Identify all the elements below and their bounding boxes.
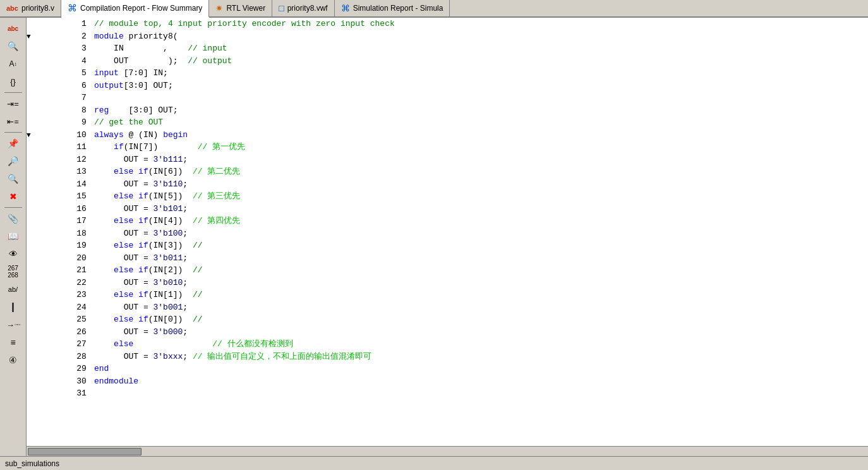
collapse-gutter: [27, 215, 35, 227]
rtl-icon: ✷: [215, 3, 223, 13]
line-content: else if(IN[2]) //: [92, 264, 868, 277]
collapse-gutter: [27, 252, 35, 265]
line-content: OUT = 3'b000;: [92, 326, 868, 339]
table-row: 15 else if(IN[5]) // 第三优先: [27, 190, 868, 203]
collapse-gutter: [27, 141, 35, 154]
line-content: module priority8(: [92, 30, 868, 43]
tab-label-priority8v: priority8.v: [21, 4, 54, 13]
line-number: 8: [35, 104, 92, 117]
arrow-button[interactable]: →┈┈: [4, 316, 23, 333]
table-row: 28 OUT = 3'bxxx; // 输出值可自定义，不和上面的输出值混淆即可: [27, 351, 868, 363]
line-number: 30: [35, 375, 92, 388]
editor-area: 1// module top, 4 input priority encoder…: [27, 18, 868, 456]
indent-button[interactable]: ⇥=: [4, 95, 23, 112]
table-row: 26 OUT = 3'b000;: [27, 326, 868, 339]
line-number: 15: [35, 190, 92, 203]
table-row: 7: [27, 92, 868, 104]
line-number: 16: [35, 203, 92, 215]
tab-priority8v[interactable]: abc priority8.v: [0, 0, 61, 16]
line-content: output[3:0] OUT;: [92, 80, 868, 92]
num2-button[interactable]: ④: [4, 352, 23, 368]
tab-label-rtlviewer: RTL Viewer: [226, 4, 265, 13]
magnify-button[interactable]: 🔍: [4, 38, 23, 54]
search-button[interactable]: 🔎: [4, 153, 23, 169]
table-row: 11 if(IN[7]) // 第一优先: [27, 141, 868, 154]
tab-label-vwf: priority8.vwf: [287, 4, 328, 13]
table-row: 27 else // 什么都没有检测到: [27, 338, 868, 351]
tab-priority8vwf[interactable]: □ priority8.vwf: [272, 0, 334, 16]
collapse-gutter: [27, 301, 35, 314]
line-content: OUT = 3'b101;: [92, 203, 868, 215]
tab-compilation[interactable]: ⌘ Compilation Report - Flow Summary: [61, 0, 209, 18]
table-row: 13 else if(IN[6]) // 第二优先: [27, 166, 868, 178]
brace-button[interactable]: {}: [4, 73, 23, 90]
table-row: 8reg [3:0] OUT;: [27, 104, 868, 117]
table-row: 9// get the OUT: [27, 116, 868, 129]
tab-rtlviewer[interactable]: ✷ RTL Viewer: [209, 0, 272, 16]
toolbar-divider-2: [4, 132, 22, 133]
table-row: 19 else if(IN[3]) //: [27, 239, 868, 252]
collapse-gutter: [27, 289, 35, 301]
searchx-button[interactable]: ✖: [4, 188, 23, 205]
collapse-gutter: [27, 116, 35, 129]
collapse-gutter[interactable]: ▼: [27, 129, 35, 142]
collapse-gutter: [27, 166, 35, 178]
coords-button[interactable]: 267268: [4, 263, 23, 280]
toolbar-divider-3: [4, 207, 22, 208]
ab-button[interactable]: ab/: [4, 281, 23, 298]
pin-button[interactable]: 📌: [4, 135, 23, 152]
line-number: 23: [35, 289, 92, 301]
horizontal-scrollbar[interactable]: [27, 446, 868, 456]
outdent-button[interactable]: ⇤=: [4, 113, 23, 130]
vwf-icon: □: [279, 3, 284, 13]
table-row: ▼2module priority8(: [27, 30, 868, 43]
collapse-gutter: [27, 227, 35, 240]
clip-button[interactable]: 📎: [4, 210, 23, 227]
collapse-gutter: [27, 42, 35, 55]
scroll-thumb[interactable]: [28, 448, 142, 455]
code-container[interactable]: 1// module top, 4 input priority encoder…: [27, 18, 868, 446]
table-row: 6output[3:0] OUT;: [27, 80, 868, 92]
file-v-icon: abc: [6, 5, 18, 12]
tab-simreport[interactable]: ⌘ Simulation Report - Simula: [335, 0, 450, 16]
table-row: 18 OUT = 3'b100;: [27, 227, 868, 240]
table-row: 16 OUT = 3'b101;: [27, 203, 868, 215]
line-number: 21: [35, 264, 92, 277]
line-number: 29: [35, 363, 92, 375]
status-bar: sub_simulations: [0, 456, 868, 470]
line-number: 19: [35, 239, 92, 252]
collapse-gutter: [27, 363, 35, 375]
collapse-gutter: [27, 387, 35, 400]
font-size-button[interactable]: A↕: [4, 56, 23, 72]
line-number: 24: [35, 301, 92, 314]
line-content: always @ (IN) begin: [92, 129, 868, 142]
tab-label-sim: Simulation Report - Simula: [353, 4, 443, 13]
table-row: 22 OUT = 3'b010;: [27, 277, 868, 289]
line-content: // module top, 4 input priority encoder …: [92, 18, 868, 30]
collapse-gutter: [27, 264, 35, 277]
line-number: 25: [35, 313, 92, 326]
table-row: 24 OUT = 3'b001;: [27, 301, 868, 314]
search2-button[interactable]: 🔍: [4, 171, 23, 187]
table-row: 5input [7:0] IN;: [27, 67, 868, 80]
line-number: 4: [35, 55, 92, 68]
line-number: 22: [35, 277, 92, 289]
line-content: reg [3:0] OUT;: [92, 104, 868, 117]
line-number: 18: [35, 227, 92, 240]
line-content: OUT = 3'b110;: [92, 178, 868, 191]
collapse-gutter: [27, 277, 35, 289]
collapse-gutter: [27, 239, 35, 252]
line-button[interactable]: |: [4, 299, 23, 315]
book-button[interactable]: 📖: [4, 228, 23, 244]
collapse-gutter[interactable]: ▼: [27, 30, 35, 43]
view-button[interactable]: 👁: [4, 246, 23, 262]
abc-tool-button[interactable]: abc: [4, 20, 23, 37]
line-content: OUT ); // output: [92, 55, 868, 68]
line-content: else if(IN[0]) //: [92, 313, 868, 326]
list-button[interactable]: ≡: [4, 334, 23, 351]
collapse-gutter: [27, 375, 35, 388]
collapse-gutter: [27, 80, 35, 92]
collapse-gutter: [27, 351, 35, 363]
line-content: OUT = 3'b100;: [92, 227, 868, 240]
collapse-gutter: [27, 55, 35, 68]
